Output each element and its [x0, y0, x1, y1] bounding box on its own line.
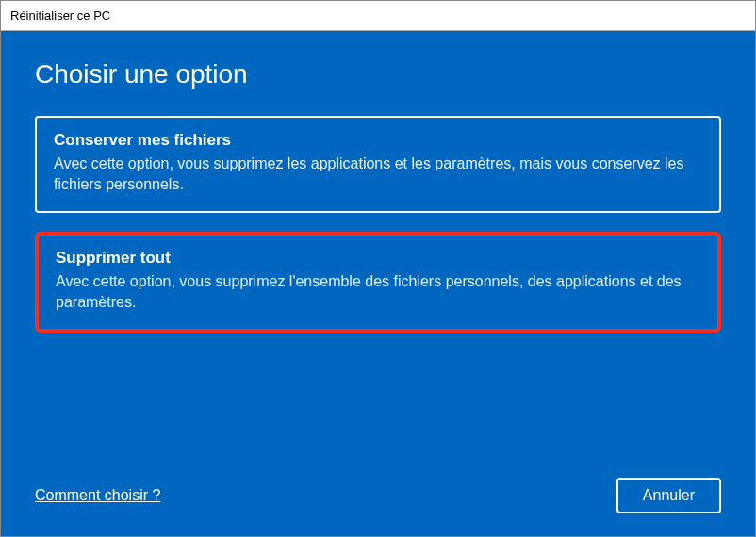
titlebar: Réinitialiser ce PC — [1, 1, 755, 31]
cancel-button[interactable]: Annuler — [616, 478, 721, 513]
footer: Comment choisir ? Annuler — [35, 478, 721, 513]
window-title: Réinitialiser ce PC — [10, 8, 110, 23]
option-remove-desc: Avec cette option, vous supprimez l'ense… — [56, 271, 700, 314]
content-area: Choisir une option Conserver mes fichier… — [1, 31, 755, 536]
option-remove-title: Supprimer tout — [56, 249, 700, 268]
page-title: Choisir une option — [35, 59, 721, 90]
window: Réinitialiser ce PC Choisir une option C… — [0, 0, 756, 537]
option-keep-desc: Avec cette option, vous supprimez les ap… — [54, 154, 702, 196]
option-keep-files[interactable]: Conserver mes fichiers Avec cette option… — [35, 116, 721, 213]
option-keep-title: Conserver mes fichiers — [54, 131, 702, 150]
help-link[interactable]: Comment choisir ? — [35, 487, 160, 504]
option-remove-everything[interactable]: Supprimer tout Avec cette option, vous s… — [35, 232, 721, 333]
